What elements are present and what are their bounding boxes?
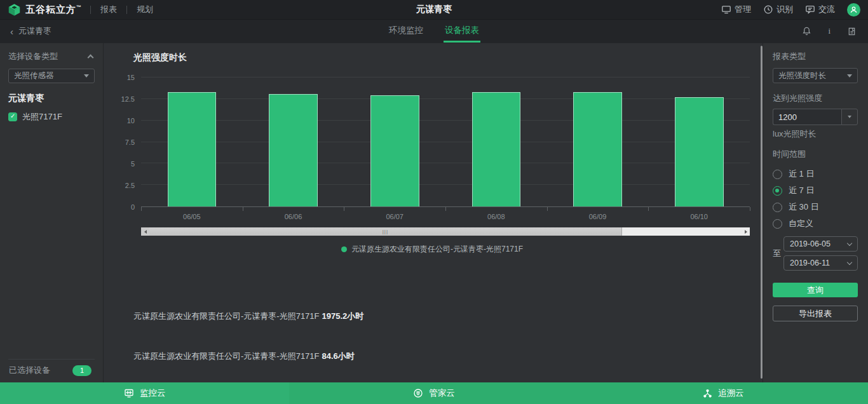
back-button[interactable]: ‹ 元谋青枣 — [0, 25, 51, 37]
y-tick-label: 10 — [127, 117, 135, 125]
bar-band — [547, 77, 649, 206]
bar-band — [344, 77, 445, 206]
custom-date-range: 至 2019-06-05 2019-06-11 — [773, 234, 858, 273]
recognition-menu[interactable]: 识别 — [763, 4, 793, 15]
page-title: 元谋青枣 — [416, 4, 452, 15]
light-duration-chart: 02.557.51012.515 06/0506/0606/0706/0806/… — [114, 77, 750, 255]
manage-menu[interactable]: 管理 — [721, 4, 751, 15]
tab-bar: 环境监控 设备报表 — [388, 20, 480, 43]
bar-band — [445, 77, 547, 206]
device-checkbox-row[interactable]: 光照7171F — [8, 111, 95, 123]
summary-line-total: 元谋原生源农业有限责任公司-元谋青枣-光照7171F1975.2小时 — [133, 311, 750, 322]
device-type-section-title: 选择设备类型 — [8, 51, 58, 62]
communication-menu[interactable]: 交流 — [805, 4, 835, 15]
chart-legend[interactable]: 元谋原生源农业有限责任公司-元谋青枣-光照7171F — [114, 244, 750, 255]
info-icon[interactable]: i — [828, 26, 831, 36]
app-logo[interactable]: 五谷耘立方™ — [8, 3, 82, 17]
x-tick — [547, 207, 548, 211]
top-bar: 五谷耘立方™ 报表 规划 元谋青枣 管理 识别 — [0, 0, 868, 19]
bar-06/05[interactable] — [168, 92, 217, 206]
radio-icon — [773, 186, 782, 196]
radio-icon — [773, 203, 782, 212]
chat-bubble-icon — [805, 4, 815, 15]
report-type-select[interactable]: 光照强度时长 — [773, 68, 858, 83]
radio-last-30-days[interactable]: 近 30 日 — [773, 199, 858, 215]
radio-last-7-days[interactable]: 近 7 日 — [773, 182, 858, 199]
selected-devices-label: 已选择设备 — [9, 365, 50, 376]
export-report-button[interactable]: 导出报表 — [773, 306, 858, 321]
divider — [126, 6, 127, 14]
bar-band — [648, 77, 750, 206]
scroll-track[interactable] — [622, 227, 742, 236]
chart-plot — [141, 77, 750, 207]
monitoring-cloud-button[interactable]: 监控云 — [0, 382, 289, 404]
x-tick — [648, 207, 649, 211]
selected-count-badge: 1 — [72, 365, 92, 376]
chart-y-axis: 02.557.51012.515 — [114, 77, 136, 207]
device-checkbox[interactable] — [8, 112, 17, 121]
date-from-select[interactable]: 2019-06-05 — [783, 236, 858, 252]
nav-item-reports[interactable]: 报表 — [99, 4, 118, 15]
x-tick-label: 06/05 — [141, 213, 243, 220]
collapse-chevron-icon[interactable] — [88, 55, 94, 61]
intensity-unit-label: lux光照时长 — [773, 128, 858, 140]
radio-last-1-day[interactable]: 近 1 日 — [773, 166, 858, 182]
scroll-right-arrow[interactable] — [742, 227, 750, 236]
bar-band — [141, 77, 243, 206]
device-type-select[interactable]: 光照传感器 — [8, 69, 95, 83]
steward-icon — [413, 388, 423, 398]
nav-item-planning[interactable]: 规划 — [135, 4, 154, 15]
x-tick — [750, 207, 750, 211]
sub-header: ‹ 元谋青枣 环境监控 设备报表 i — [0, 19, 868, 43]
divider — [90, 6, 91, 14]
device-sidebar: 选择设备类型 光照传感器 元谋青枣 光照7171F 已选择设备 1 — [0, 43, 104, 382]
y-tick-label: 15 — [127, 74, 135, 81]
logo-text: 五谷耘立方™ — [25, 4, 82, 16]
bar-06/07[interactable] — [370, 95, 419, 206]
back-label: 元谋青枣 — [18, 25, 51, 37]
trace-cloud-button[interactable]: 追溯云 — [579, 382, 868, 404]
x-tick-label: 06/06 — [243, 213, 344, 220]
content-area: 选择设备类型 光照传感器 元谋青枣 光照7171F 已选择设备 1 光照强度时长… — [0, 43, 868, 382]
scroll-thumb[interactable]: ||| — [149, 227, 622, 236]
x-tick-label: 06/07 — [344, 213, 445, 220]
radio-custom-range[interactable]: 自定义 — [773, 215, 858, 232]
bar-06/06[interactable] — [269, 94, 318, 206]
report-type-label: 报表类型 — [773, 51, 858, 62]
date-to-select[interactable]: 2019-06-11 — [783, 255, 858, 271]
chart-scrollbar[interactable]: ||| — [141, 227, 750, 236]
main-vertical-scrollbar[interactable] — [761, 46, 763, 379]
x-tick-label: 06/08 — [445, 213, 547, 220]
steward-cloud-button[interactable]: 管家云 — [289, 382, 578, 404]
x-tick — [445, 207, 446, 211]
scroll-left-arrow[interactable] — [141, 227, 149, 236]
bar-06/10[interactable] — [675, 97, 724, 206]
y-tick-label: 5 — [131, 160, 135, 168]
intensity-input[interactable] — [773, 109, 841, 125]
logo-cube-icon — [8, 3, 21, 17]
user-avatar[interactable] — [847, 3, 860, 17]
orchard-group-title: 元谋青枣 — [8, 93, 95, 104]
lens-icon — [763, 4, 773, 15]
intensity-stepper[interactable] — [841, 109, 858, 125]
x-tick-label: 06/10 — [648, 213, 750, 220]
bar-06/08[interactable] — [472, 92, 521, 206]
monitor-icon — [721, 4, 731, 15]
date-join-label: 至 — [773, 248, 782, 259]
x-tick — [344, 207, 344, 211]
y-tick-label: 2.5 — [125, 182, 135, 189]
chevron-down-icon — [847, 259, 852, 264]
x-tick-label: 06/09 — [547, 213, 649, 220]
bar-06/09[interactable] — [573, 92, 622, 206]
x-tick — [243, 207, 243, 211]
tab-environment-monitoring[interactable]: 环境监控 — [388, 20, 424, 43]
bar-band — [243, 77, 344, 206]
tag-icon[interactable] — [847, 27, 857, 36]
monitor-grid-icon — [124, 388, 134, 398]
bell-icon[interactable] — [802, 26, 811, 36]
report-main: 光照强度时长 02.557.51012.515 06/0506/0606/070… — [104, 43, 763, 382]
query-button[interactable]: 查询 — [773, 283, 858, 297]
y-tick-label: 7.5 — [125, 138, 135, 146]
radio-icon — [773, 219, 782, 229]
tab-device-reports[interactable]: 设备报表 — [444, 20, 480, 43]
